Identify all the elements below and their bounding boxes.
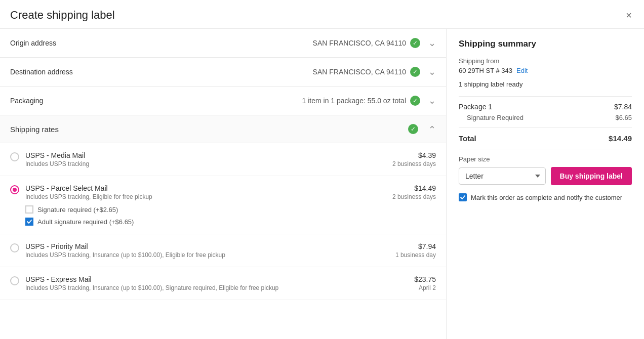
modal-title: Create shipping label [10,9,115,22]
rate-price-days-express-mail: April 2 [385,284,436,291]
origin-address-row[interactable]: Origin address SAN FRANCISCO, CA 94110 ✓… [0,29,446,57]
summary-title: Shipping summary [459,39,632,49]
rate-price-express-mail: $23.75April 2 [385,275,436,291]
total-label: Total [459,134,476,143]
rate-price-amount-priority-mail: $7.94 [385,242,436,250]
origin-address-text: SAN FRANCISCO, CA 94110 [313,39,406,47]
packaging-text: 1 item in 1 package: 55.0 oz total [302,97,406,105]
summary-address: 60 29TH ST # 343 [459,67,512,74]
packaging-chevron-icon: ⌄ [428,95,436,106]
destination-address-label: Destination address [10,68,101,76]
destination-check-icon: ✓ [410,67,420,77]
paper-size-label: Paper size [459,155,632,163]
paper-size-row: Letter 4x6 Buy shipping label [459,167,632,185]
radio-priority-mail[interactable] [10,243,19,252]
option-label-parcel-select-1: Adult signature required (+$6.65) [37,218,134,226]
destination-address-value: SAN FRANCISCO, CA 94110 ✓ ⌄ [101,66,436,77]
rate-name-priority-mail: USPS - Priority Mail [25,242,379,250]
package-row: Package 1 $7.84 [459,103,632,111]
signature-required-price: $6.65 [615,114,632,121]
rate-price-amount-parcel-select: $14.49 [385,184,436,192]
option-row-parcel-select-1: Adult signature required (+$6.65) [25,218,379,226]
rate-price-parcel-select: $14.492 business days [385,184,436,200]
origin-check-icon: ✓ [410,38,420,48]
package-price: $7.84 [614,103,632,111]
rate-details-parcel-select: Includes USPS tracking, Eligible for fre… [25,193,379,200]
rate-item-parcel-select: USPS - Parcel Select MailIncludes USPS t… [0,176,446,234]
shipping-from-label: Shipping from [459,57,632,65]
rate-price-days-media-mail: 2 business days [385,160,436,167]
notify-checkmark-icon [460,195,465,200]
summary-divider-3 [459,149,632,149]
rate-price-priority-mail: $7.941 business day [385,242,436,259]
rate-details-priority-mail: Includes USPS tracking, Insurance (up to… [25,251,379,259]
destination-address-section: Destination address SAN FRANCISCO, CA 94… [0,58,446,87]
rates-controls: ✓ ⌄ [408,123,436,135]
rate-price-amount-media-mail: $4.39 [385,151,436,159]
destination-chevron-icon: ⌄ [428,66,436,77]
rate-name-media-mail: USPS - Media Mail [25,151,379,159]
rate-price-media-mail: $4.392 business days [385,151,436,167]
rate-details-express-mail: Includes USPS tracking, Insurance (up to… [25,284,379,291]
rate-price-amount-express-mail: $23.75 [385,275,436,283]
radio-express-mail[interactable] [10,276,19,285]
destination-address-text: SAN FRANCISCO, CA 94110 [313,68,406,76]
summary-divider-2 [459,128,632,128]
origin-address-section: Origin address SAN FRANCISCO, CA 94110 ✓… [0,29,446,58]
signature-required-label: Signature Required [467,114,524,121]
radio-parcel-select[interactable] [10,185,19,194]
packaging-value: 1 item in 1 package: 55.0 oz total ✓ ⌄ [101,95,436,106]
total-row: Total $14.49 [459,134,632,143]
close-button[interactable]: × [624,8,634,22]
rate-item-priority-mail: USPS - Priority MailIncludes USPS tracki… [0,234,446,267]
rate-name-express-mail: USPS - Express Mail [25,275,379,283]
left-panel: Origin address SAN FRANCISCO, CA 94110 ✓… [0,29,447,339]
notify-checkbox[interactable] [459,193,467,201]
rate-options-parcel-select: Signature required (+$2.65)Adult signatu… [25,205,379,226]
buy-shipping-label-button[interactable]: Buy shipping label [551,167,632,185]
option-label-parcel-select-0: Signature required (+$2.65) [37,206,118,214]
packaging-label: Packaging [10,97,101,105]
modal-body: Origin address SAN FRANCISCO, CA 94110 ✓… [0,29,644,339]
shipping-rates-label: Shipping rates [10,125,408,134]
signature-required-row: Signature Required $6.65 [459,114,632,121]
radio-media-mail[interactable] [10,152,19,161]
shipping-rates-chevron-icon: ⌄ [428,123,436,135]
rate-item-express-mail: USPS - Express MailIncludes USPS trackin… [0,267,446,300]
shipping-rates-check-icon: ✓ [408,124,418,134]
rate-info-express-mail: USPS - Express MailIncludes USPS trackin… [25,275,379,291]
option-checkbox-parcel-select-1[interactable] [25,218,33,226]
shipping-rates-header: Shipping rates ✓ ⌄ [0,115,446,143]
paper-size-select[interactable]: Letter 4x6 [459,167,546,185]
total-price: $14.49 [609,134,632,143]
rate-info-priority-mail: USPS - Priority MailIncludes USPS tracki… [25,242,379,259]
rate-info-media-mail: USPS - Media MailIncludes USPS tracking [25,151,379,167]
rate-details-media-mail: Includes USPS tracking [25,160,379,167]
option-checkbox-parcel-select-0[interactable] [25,205,33,214]
destination-address-row[interactable]: Destination address SAN FRANCISCO, CA 94… [0,58,446,86]
packaging-section: Packaging 1 item in 1 package: 55.0 oz t… [0,87,446,115]
labels-ready: 1 shipping label ready [459,80,632,88]
summary-divider-1 [459,96,632,97]
rate-name-parcel-select: USPS - Parcel Select Mail [25,184,379,192]
rate-items-container: USPS - Media MailIncludes USPS tracking$… [0,143,446,300]
package-label: Package 1 [459,103,492,111]
rate-price-days-parcel-select: 2 business days [385,193,436,200]
origin-address-label: Origin address [10,39,101,47]
right-panel: Shipping summary Shipping from 60 29TH S… [447,29,644,339]
packaging-check-icon: ✓ [410,96,420,106]
origin-address-value: SAN FRANCISCO, CA 94110 ✓ ⌄ [101,37,436,49]
modal-header: Create shipping label × [0,0,644,29]
notify-row: Mark this order as complete and notify t… [459,193,632,201]
rate-price-days-priority-mail: 1 business day [385,251,436,259]
origin-chevron-icon: ⌄ [428,37,436,49]
option-row-parcel-select-0: Signature required (+$2.65) [25,205,379,214]
rate-info-parcel-select: USPS - Parcel Select MailIncludes USPS t… [25,184,379,226]
packaging-row[interactable]: Packaging 1 item in 1 package: 55.0 oz t… [0,87,446,115]
rate-item-media-mail: USPS - Media MailIncludes USPS tracking$… [0,143,446,176]
edit-address-link[interactable]: Edit [516,67,528,74]
summary-address-row: 60 29TH ST # 343 Edit [459,67,632,74]
notify-label: Mark this order as complete and notify t… [471,194,622,201]
